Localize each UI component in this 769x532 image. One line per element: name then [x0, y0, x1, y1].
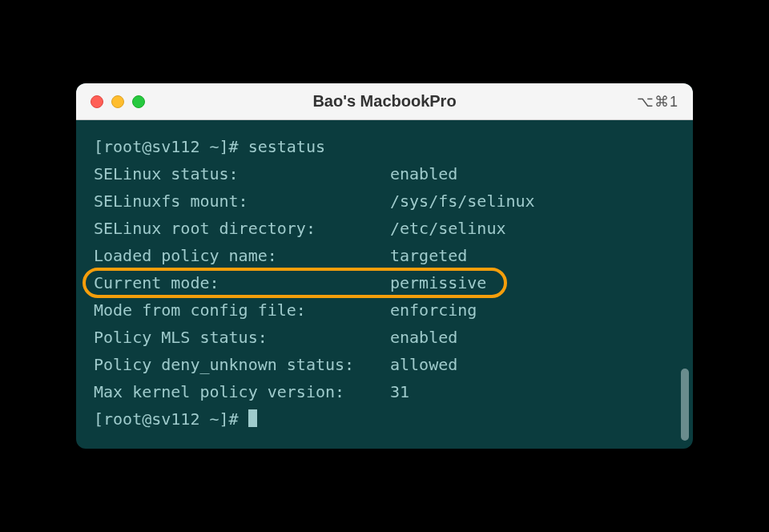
titlebar: Bao's MacbookPro ⌥⌘1 — [76, 83, 693, 120]
output-label: SELinuxfs mount: — [94, 187, 390, 215]
output-value: targeted — [390, 242, 675, 269]
output-value: enabled — [390, 160, 675, 187]
output-row: SELinux root directory:/etc/selinux — [94, 215, 675, 242]
shortcut-label: ⌥⌘1 — [637, 93, 678, 111]
output-row: Max kernel policy version:31 — [94, 378, 675, 405]
prompt-text: [root@sv112 ~]# — [94, 409, 248, 429]
output-label: Max kernel policy version: — [94, 378, 390, 405]
prompt-command: [root@sv112 ~]# sestatus — [94, 133, 675, 160]
output-row: Mode from config file:enforcing — [94, 296, 675, 324]
output-label: Current mode: — [94, 269, 390, 296]
minimize-icon[interactable] — [111, 95, 124, 108]
output-row: SELinux status:enabled — [94, 160, 675, 187]
scrollbar[interactable] — [681, 369, 689, 441]
output-label: SELinux root directory: — [94, 215, 390, 242]
output-value: 31 — [390, 378, 675, 405]
window-title: Bao's MacbookPro — [312, 92, 456, 111]
terminal-window: Bao's MacbookPro ⌥⌘1 [root@sv112 ~]# ses… — [76, 83, 693, 449]
cursor-icon — [248, 409, 257, 427]
output-row: Loaded policy name:targeted — [94, 242, 675, 269]
output-value: permissive — [390, 269, 675, 296]
output-value: /etc/selinux — [390, 215, 675, 242]
output-value: enforcing — [390, 296, 675, 324]
traffic-lights — [91, 95, 145, 108]
output-value: enabled — [390, 324, 675, 351]
output-row: Current mode:permissive — [94, 269, 675, 296]
output-label: Policy MLS status: — [94, 324, 390, 351]
output-label: SELinux status: — [94, 160, 390, 187]
zoom-icon[interactable] — [132, 95, 145, 108]
output-label: Loaded policy name: — [94, 242, 390, 269]
output-label: Mode from config file: — [94, 296, 390, 324]
close-icon[interactable] — [91, 95, 103, 108]
output-label: Policy deny_unknown status: — [94, 351, 390, 378]
terminal-body[interactable]: [root@sv112 ~]# sestatus SELinux status:… — [76, 120, 693, 449]
output-row: SELinuxfs mount:/sys/fs/selinux — [94, 187, 675, 215]
output-value: allowed — [390, 351, 675, 378]
output-row: Policy MLS status:enabled — [94, 324, 675, 351]
output-value: /sys/fs/selinux — [390, 187, 675, 215]
prompt-idle: [root@sv112 ~]# — [94, 405, 675, 433]
output-row: Policy deny_unknown status:allowed — [94, 351, 675, 378]
